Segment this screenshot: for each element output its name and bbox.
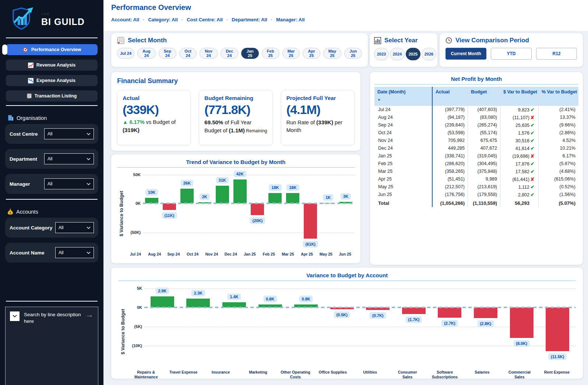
unfavourable-cross-icon: ✘ [529, 177, 535, 182]
y-axis-tick: 50K [133, 172, 141, 177]
logo-super: THE [41, 12, 50, 16]
month-pill-jun-25[interactable]: Jun 25 [344, 48, 362, 59]
year-pill-2023[interactable]: 2023 [374, 48, 389, 60]
kpi-card-title: Projected Full Year [286, 95, 349, 101]
bar-jan-25[interactable] [251, 203, 264, 215]
year-pill-2026[interactable]: 2026 [422, 48, 436, 60]
bar-aug-24[interactable] [163, 203, 176, 210]
table-cell-date: Jun 25 [374, 191, 433, 199]
trend-chart-title: Trend of Variance to Budget by Month [117, 159, 355, 168]
bar-sep-24[interactable] [180, 189, 194, 204]
search-submit-arrow-icon[interactable]: → [85, 310, 94, 320]
table-cell-var: 2,802✔ [500, 191, 539, 199]
net-profit-table-panel: Net Profit by Month Date (Month)▲ActualB… [370, 72, 583, 265]
bar-consumer-sales[interactable] [402, 307, 426, 314]
month-pill-jul-24[interactable]: Jul 24 [117, 48, 134, 59]
bar-software-subscriptions[interactable] [438, 307, 461, 318]
comparison-option-ytd[interactable]: YTD [491, 48, 532, 60]
bar-column: 42K [231, 171, 249, 250]
zero-line [144, 307, 575, 308]
logo: THE BI GUILD [0, 0, 103, 34]
x-axis-category-label: Aug 24 [145, 252, 164, 257]
table-cell-actual: (338,741) [433, 152, 468, 160]
comparison-option-current-month[interactable]: Current Month [446, 48, 486, 60]
table-cell-var: 9,823✔ [500, 106, 539, 114]
favourable-check-icon: ✔ [529, 107, 535, 113]
table-cell-actual: (286,620) [433, 160, 468, 168]
account-name-select[interactable]: All [55, 247, 94, 258]
cost-centre-select[interactable]: All [44, 128, 94, 139]
sort-ascending-icon[interactable]: ▲ [377, 97, 429, 101]
table-column-header[interactable]: Budget [468, 87, 500, 106]
table-column-header[interactable]: % Var to Budget [539, 87, 578, 106]
search-dropdown-button[interactable] [10, 311, 20, 321]
table-column-header[interactable]: $ Var to Budget [500, 87, 539, 106]
month-pill-oct-24[interactable]: Oct 24 [179, 48, 197, 59]
bar-feb-25[interactable] [268, 193, 282, 203]
bar-salaries[interactable] [474, 307, 497, 318]
table-cell-var: 25,635✔ [500, 121, 539, 129]
bar-column: 2K [196, 171, 214, 250]
bar-column: (20K) [249, 171, 267, 250]
kpi-card-segment: Run Rate of [286, 120, 316, 125]
table-cell-actual: 449,285 [433, 145, 468, 152]
x-axis-category-label: Other Operating Costs [277, 370, 314, 379]
month-pill-aug-24[interactable]: Aug 24 [137, 48, 156, 59]
table-cell-budget: (265,274) [468, 121, 500, 129]
nav-transaction-listing[interactable]: Transaction Listing [6, 90, 98, 101]
month-pill-dec-24[interactable]: Dec 24 [221, 48, 238, 59]
bar-column: 2.3K [180, 284, 216, 362]
bar-data-label: (1.7K) [406, 316, 422, 323]
month-pill-apr-25[interactable]: Apr 25 [303, 48, 320, 59]
search-input[interactable]: Search by line description here [24, 311, 82, 324]
table-cell-date: Jul 24 [374, 106, 433, 114]
nav-performance-overview[interactable]: Performance Overview [6, 44, 98, 55]
kpi-card-segment: Remaining [245, 128, 267, 133]
table-cell-actual: (53,598) [433, 129, 468, 137]
breadcrumb-filter: Cost Centre: All [187, 17, 223, 22]
table-cell-date: Aug 24 [374, 114, 433, 121]
month-pill-nov-24[interactable]: Nov 24 [200, 48, 218, 59]
bar-mar-25[interactable] [286, 193, 299, 203]
bar-rent-expense[interactable] [546, 307, 569, 351]
kpi-card-segment: (1.1M) [229, 127, 244, 133]
month-pill-jan-25[interactable]: Jan 25 [241, 48, 258, 59]
year-pill-2024[interactable]: 2024 [390, 48, 405, 60]
account-name-value: All [59, 250, 87, 255]
month-pill-may-25[interactable]: May 25 [323, 48, 342, 59]
nav-revenue-analysis[interactable]: Revenue Analysis [6, 60, 98, 71]
bar-commercial-sales[interactable] [510, 307, 534, 338]
x-axis-category-label: Travel Expense [165, 370, 202, 379]
chart-up-icon [28, 63, 34, 68]
table-cell-date: Sep 24 [374, 121, 433, 129]
table-cell-date: Oct 24 [374, 129, 433, 137]
table-cell-date: Feb 25 [374, 160, 433, 168]
bar-travel-expense[interactable] [186, 299, 210, 307]
bar-data-label: 18K [286, 184, 299, 191]
unfavourable-cross-icon: ✘ [529, 153, 535, 159]
table-column-header[interactable]: Actual [433, 87, 468, 106]
nav-label: Expense Analysis [36, 78, 75, 83]
month-pill-mar-25[interactable]: Mar 25 [282, 48, 300, 59]
x-axis-category-label: Jan 25 [240, 252, 260, 257]
bar-column: (0.7K) [360, 284, 396, 362]
month-pill-sep-24[interactable]: Sep 24 [159, 48, 176, 59]
bar-apr-25[interactable] [304, 203, 317, 239]
receipt-icon [27, 93, 32, 99]
table-column-header[interactable]: Date (Month)▲ [374, 87, 433, 106]
year-pill-2025[interactable]: 2025 [406, 48, 420, 60]
table-cell-var: 30,516✔ [500, 137, 539, 145]
search-panel[interactable]: Search by line description here → [5, 307, 98, 385]
table-cell-actual: (397,779) [433, 106, 468, 114]
month-pill-feb-25[interactable]: Feb 25 [262, 48, 279, 59]
manager-select[interactable]: All [44, 178, 94, 189]
nav-expense-analysis[interactable]: Expense Analysis [6, 75, 98, 86]
table-cell-date: Dec 24 [374, 145, 433, 152]
department-select[interactable]: All [44, 153, 94, 164]
bar-nov-24[interactable] [216, 186, 229, 204]
bar-column: (2.7K) [432, 284, 468, 362]
comparison-option-r12[interactable]: R12 [536, 48, 577, 60]
account-category-select[interactable]: All [55, 222, 94, 233]
bar-repairs-maintenance[interactable] [151, 296, 174, 307]
bar-dec-24[interactable] [233, 179, 247, 204]
